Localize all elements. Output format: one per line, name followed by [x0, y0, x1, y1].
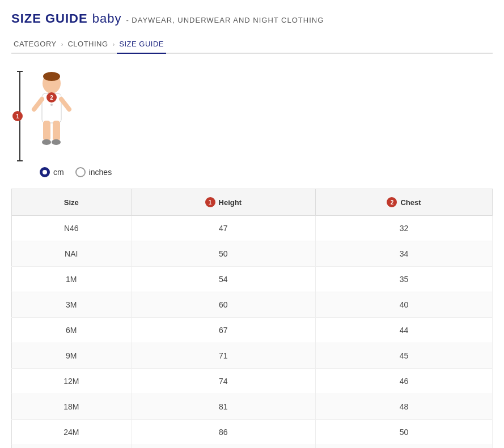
size-guide-label: SIZE GUIDE [11, 11, 88, 26]
inches-radio[interactable] [75, 167, 86, 177]
svg-line-4 [61, 99, 69, 109]
chest-col-badge: 2 [387, 197, 397, 207]
breadcrumb-sep-2: › [113, 41, 115, 48]
cell-height: 74 [131, 369, 315, 394]
breadcrumb-clothing[interactable]: CLOTHING [65, 35, 110, 53]
cell-size: 3M [12, 292, 132, 318]
cell-height: 86 [131, 420, 315, 445]
category-label: baby [92, 11, 122, 26]
cell-height: 67 [131, 318, 315, 343]
cell-size: 6M [12, 318, 132, 343]
cell-size: 9M [12, 343, 132, 369]
table-body: N46 47 32 NAI 50 34 1M 54 35 3M 60 40 6M… [12, 216, 493, 449]
bracket-bottom [17, 160, 23, 161]
cell-size: N46 [12, 216, 132, 241]
col-header-size: Size [12, 189, 132, 216]
table-row: N46 47 32 [12, 216, 493, 241]
breadcrumb-sep-1: › [61, 41, 63, 48]
svg-point-7 [42, 139, 51, 145]
cell-size: 1M [12, 267, 132, 292]
unit-toggle: cm inches [11, 167, 493, 177]
inches-option[interactable]: inches [75, 167, 112, 177]
height-bracket: 1 [17, 71, 23, 161]
page-container: SIZE GUIDE baby - DAYWEAR, UNDERWEAR AND… [0, 0, 504, 448]
svg-line-3 [34, 99, 42, 109]
cm-option[interactable]: cm [40, 167, 64, 177]
baby-svg [26, 71, 77, 161]
table-row: 12M 74 46 [12, 369, 493, 394]
cell-chest: 32 [315, 216, 492, 241]
svg-rect-6 [53, 121, 60, 141]
svg-point-1 [43, 72, 60, 81]
table-row: 6M 67 44 [12, 318, 493, 343]
breadcrumb-size-guide[interactable]: SIZE GUIDE [117, 35, 166, 54]
cell-chest: 48 [315, 394, 492, 420]
table-row: 3M 60 40 [12, 292, 493, 318]
page-subtitle: - DAYWEAR, UNDERWEAR AND NIGHT CLOTHING [126, 16, 324, 24]
cell-chest: 50 [315, 420, 492, 445]
cell-chest: 52 [315, 445, 492, 449]
svg-point-9 [50, 104, 53, 106]
cell-height: 81 [131, 394, 315, 420]
cell-chest: 45 [315, 343, 492, 369]
cell-size: NAI [12, 241, 132, 267]
cell-height: 60 [131, 292, 315, 318]
cell-height: 95 [131, 445, 315, 449]
cell-chest: 34 [315, 241, 492, 267]
cell-height: 54 [131, 267, 315, 292]
height-badge: 1 [12, 111, 23, 121]
cm-radio[interactable] [40, 167, 50, 177]
table-row: 24M 86 50 [12, 420, 493, 445]
cell-chest: 40 [315, 292, 492, 318]
col-header-chest: 2 Chest [315, 189, 492, 216]
chest-badge: 2 [46, 92, 57, 103]
height-col-badge: 1 [205, 197, 215, 207]
cm-label: cm [53, 168, 64, 177]
table-row: 1M 54 35 [12, 267, 493, 292]
svg-rect-5 [43, 121, 50, 141]
cell-chest: 35 [315, 267, 492, 292]
table-row: NAI 50 34 [12, 241, 493, 267]
breadcrumb-category[interactable]: CATEGORY [11, 35, 59, 53]
col-header-height: 1 Height [131, 189, 315, 216]
cell-size: 18M [12, 394, 132, 420]
table-row: 18M 81 48 [12, 394, 493, 420]
cell-size: 24M [12, 420, 132, 445]
cell-height: 50 [131, 241, 315, 267]
baby-illustration: 1 [17, 71, 77, 161]
table-row: 9M 71 45 [12, 343, 493, 369]
illustration-section: 1 [11, 71, 493, 161]
table-row: 36M 95 52 [12, 445, 493, 449]
chest-col-label: Chest [400, 198, 421, 207]
breadcrumb: CATEGORY › CLOTHING › SIZE GUIDE [11, 35, 493, 54]
baby-figure: 2 [26, 71, 77, 161]
page-title-section: SIZE GUIDE baby - DAYWEAR, UNDERWEAR AND… [11, 11, 493, 26]
cell-height: 47 [131, 216, 315, 241]
cell-chest: 46 [315, 369, 492, 394]
svg-point-8 [52, 139, 61, 145]
cell-size: 12M [12, 369, 132, 394]
cell-size: 36M [12, 445, 132, 449]
cell-height: 71 [131, 343, 315, 369]
inches-label: inches [89, 168, 112, 177]
size-table: Size 1 Height 2 Chest N46 47 32 [11, 189, 493, 448]
cell-chest: 44 [315, 318, 492, 343]
table-header-row: Size 1 Height 2 Chest [12, 189, 493, 216]
height-col-label: Height [219, 198, 242, 207]
